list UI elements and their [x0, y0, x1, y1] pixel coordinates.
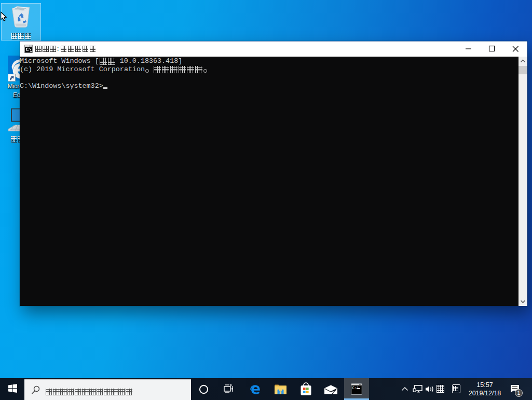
svg-text:C:\: C:\	[352, 386, 360, 390]
